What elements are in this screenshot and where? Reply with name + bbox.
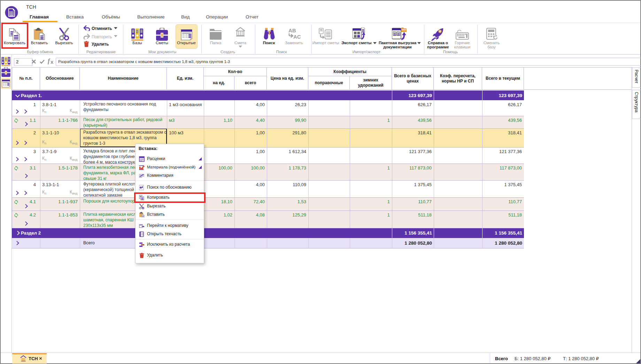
- svg-text:AB: AB: [288, 28, 296, 33]
- svg-text:AC: AC: [293, 34, 301, 40]
